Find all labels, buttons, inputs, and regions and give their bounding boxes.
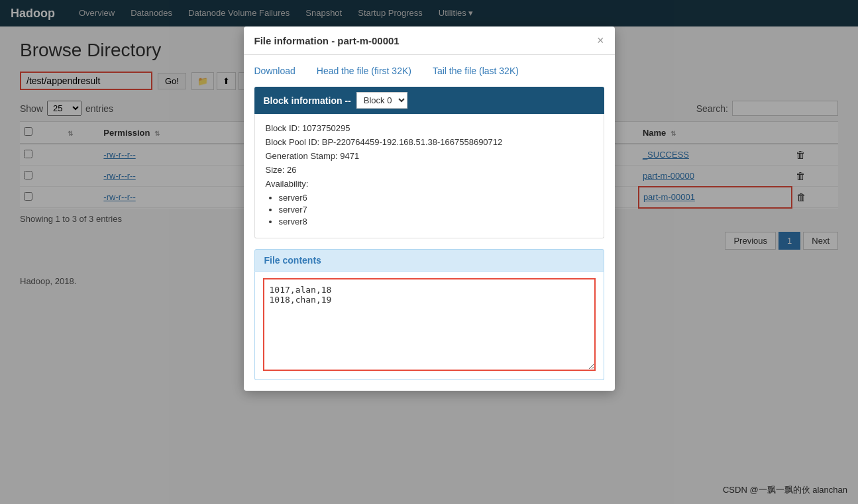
block-pool-id: Block Pool ID: BP-220764459-192.168.51.3… [266, 137, 593, 147]
server-7: server7 [279, 205, 593, 215]
file-contents-label: File contents [264, 255, 321, 266]
generation-stamp: Generation Stamp: 9471 [266, 151, 593, 161]
block-info-header: Block information -- Block 0 [254, 87, 604, 114]
modal-overlay: File information - part-m-00001 × Downlo… [0, 0, 858, 299]
modal-actions: Download Head the file (first 32K) Tail … [254, 66, 604, 76]
file-contents-header: File contents [254, 249, 604, 272]
download-link[interactable]: Download [254, 66, 295, 76]
block-info-body: Block ID: 1073750295 Block Pool ID: BP-2… [254, 114, 604, 238]
file-contents-body [254, 272, 604, 299]
modal-header: File information - part-m-00001 × [244, 26, 615, 55]
head-file-link[interactable]: Head the file (first 32K) [317, 66, 411, 76]
file-contents-textarea[interactable] [263, 278, 596, 299]
block-select[interactable]: Block 0 [356, 92, 407, 109]
block-info-label: Block information -- [264, 95, 351, 106]
modal-title: File information - part-m-00001 [254, 35, 400, 46]
availability-label: Availability: [266, 179, 593, 189]
block-id: Block ID: 1073750295 [266, 123, 593, 133]
block-size: Size: 26 [266, 165, 593, 175]
modal-close-button[interactable]: × [597, 34, 604, 46]
modal: File information - part-m-00001 × Downlo… [244, 26, 615, 299]
server-6: server6 [279, 193, 593, 203]
server-8: server8 [279, 217, 593, 227]
modal-body: Download Head the file (first 32K) Tail … [244, 55, 615, 299]
tail-file-link[interactable]: Tail the file (last 32K) [433, 66, 519, 76]
server-list: server6 server7 server8 [279, 193, 593, 227]
